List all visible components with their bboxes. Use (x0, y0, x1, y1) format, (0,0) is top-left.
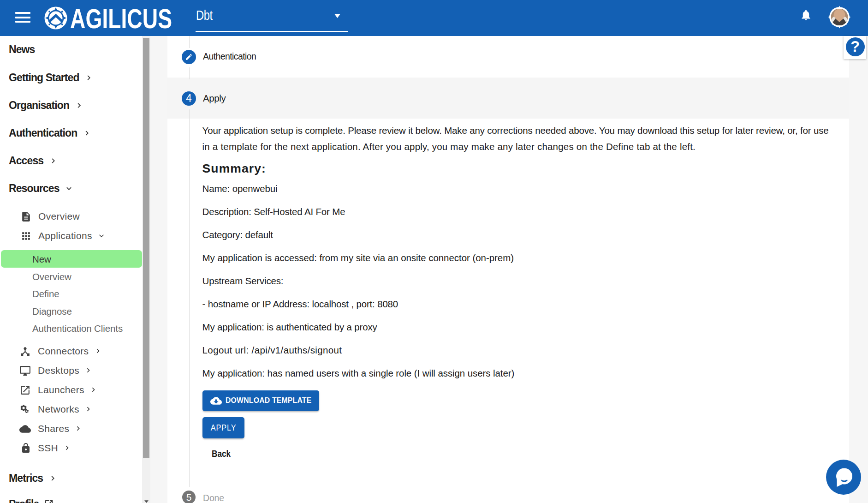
svg-text:AGILICUS: AGILICUS (70, 5, 172, 31)
